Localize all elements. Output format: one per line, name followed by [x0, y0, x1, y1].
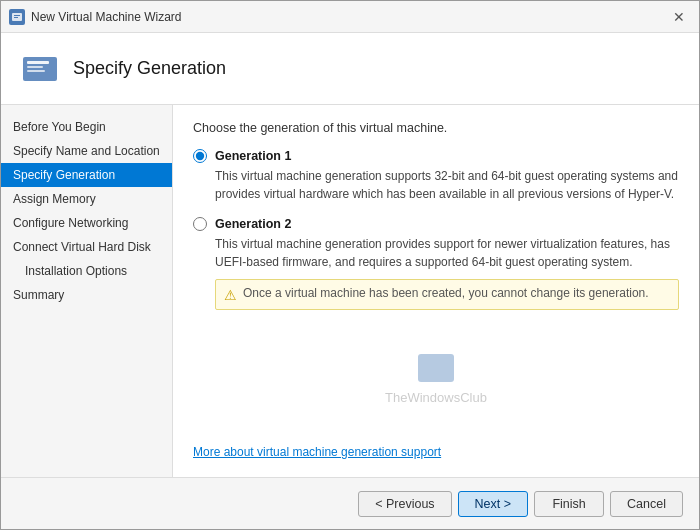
cancel-button[interactable]: Cancel [610, 491, 683, 517]
watermark-text: TheWindowsClub [385, 390, 487, 405]
footer: < Previous Next > Finish Cancel [1, 477, 699, 529]
svg-rect-4 [27, 61, 49, 64]
watermark: TheWindowsClub [193, 324, 679, 425]
header-icon [21, 53, 61, 85]
generation2-radio[interactable] [193, 217, 207, 231]
generation1-radio[interactable] [193, 149, 207, 163]
sidebar-item-assign-memory[interactable]: Assign Memory [1, 187, 172, 211]
svg-rect-1 [14, 15, 20, 16]
finish-button[interactable]: Finish [534, 491, 604, 517]
sidebar: Before You Begin Specify Name and Locati… [1, 105, 173, 477]
warning-text: Once a virtual machine has been created,… [243, 286, 649, 300]
generation1-radio-row: Generation 1 [193, 149, 679, 163]
generation2-label: Generation 2 [215, 217, 291, 231]
generation2-radio-row: Generation 2 [193, 217, 679, 231]
wizard-window: New Virtual Machine Wizard ✕ Specify Gen… [0, 0, 700, 530]
watermark-icon [418, 354, 454, 382]
sidebar-item-specify-generation[interactable]: Specify Generation [1, 163, 172, 187]
svg-rect-2 [14, 17, 18, 18]
more-info-link[interactable]: More about virtual machine generation su… [193, 445, 679, 459]
page-title: Specify Generation [73, 58, 226, 79]
sidebar-item-specify-name-location[interactable]: Specify Name and Location [1, 139, 172, 163]
generation1-option-group: Generation 1 This virtual machine genera… [193, 149, 679, 203]
sidebar-item-summary[interactable]: Summary [1, 283, 172, 307]
svg-rect-3 [23, 57, 57, 81]
window-icon [9, 9, 25, 25]
warning-icon: ⚠ [224, 287, 237, 303]
warning-box: ⚠ Once a virtual machine has been create… [215, 279, 679, 310]
next-button[interactable]: Next > [458, 491, 528, 517]
main-content: Choose the generation of this virtual ma… [173, 105, 699, 477]
sidebar-item-before-you-begin[interactable]: Before You Begin [1, 115, 172, 139]
content-area: Before You Begin Specify Name and Locati… [1, 105, 699, 477]
close-button[interactable]: ✕ [667, 5, 691, 29]
generation2-description: This virtual machine generation provides… [215, 235, 679, 271]
instruction-text: Choose the generation of this virtual ma… [193, 121, 679, 135]
previous-button[interactable]: < Previous [358, 491, 451, 517]
sidebar-item-connect-virtual-hard-disk[interactable]: Connect Virtual Hard Disk [1, 235, 172, 259]
generation2-option-group: Generation 2 This virtual machine genera… [193, 217, 679, 310]
sidebar-item-installation-options[interactable]: Installation Options [1, 259, 172, 283]
svg-rect-5 [27, 66, 43, 68]
svg-rect-6 [27, 70, 45, 72]
generation1-label: Generation 1 [215, 149, 291, 163]
generation1-description: This virtual machine generation supports… [215, 167, 679, 203]
sidebar-item-configure-networking[interactable]: Configure Networking [1, 211, 172, 235]
wizard-header: Specify Generation [1, 33, 699, 105]
title-bar: New Virtual Machine Wizard ✕ [1, 1, 699, 33]
window-title: New Virtual Machine Wizard [31, 10, 667, 24]
